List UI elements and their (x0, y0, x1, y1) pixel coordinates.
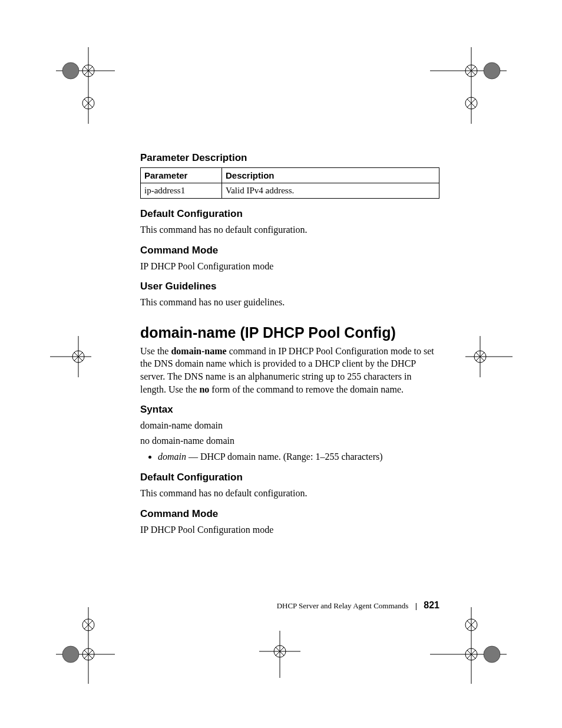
registration-mark-icon (259, 631, 300, 678)
table-cell: ip-address1 (141, 183, 222, 199)
heading-syntax: Syntax (140, 404, 439, 416)
svg-point-33 (62, 646, 79, 663)
text-bold: no domain-name (140, 436, 204, 446)
syntax-line: domain-name domain (140, 419, 439, 432)
text-fragment: Use the (140, 346, 171, 356)
syntax-bullet-list: domain — DHCP domain name. (Range: 1–255… (140, 450, 439, 463)
svg-line-36 (84, 621, 92, 629)
table-cell: Valid IPv4 address. (222, 183, 439, 199)
registration-mark-icon (430, 47, 507, 124)
svg-line-46 (467, 650, 475, 658)
syntax-line: no domain-name domain (140, 434, 439, 447)
body-text: This command has no user guidelines. (140, 296, 439, 309)
svg-line-50 (467, 621, 475, 629)
svg-line-17 (467, 99, 475, 107)
footer-separator: | (411, 601, 422, 610)
text-bold: domain-name (171, 346, 226, 356)
svg-point-20 (72, 351, 84, 363)
svg-point-44 (465, 648, 477, 660)
heading-command-mode: Command Mode (140, 508, 439, 520)
heading-user-guidelines: User Guidelines (140, 281, 439, 292)
page-number: 821 (424, 600, 439, 610)
parameter-table: Parameter Description ip-address1 Valid … (140, 167, 439, 199)
svg-line-35 (84, 621, 92, 629)
text-bold: domain-name (140, 420, 192, 430)
svg-line-31 (84, 650, 92, 658)
text-italic: domain (204, 436, 234, 446)
heading-default-configuration: Default Configuration (140, 472, 439, 483)
svg-line-12 (467, 67, 475, 75)
svg-line-40 (276, 647, 284, 655)
text-fragment: form of the command to remove the domain… (209, 384, 404, 394)
registration-mark-icon (50, 336, 91, 377)
svg-line-41 (276, 647, 284, 655)
table-header-row: Parameter Description (141, 168, 439, 183)
text-bold: no (199, 384, 209, 394)
body-text: IP DHCP Pool Configuration mode (140, 523, 439, 536)
body-text: This command has no default configuratio… (140, 223, 439, 236)
registration-mark-icon (56, 47, 115, 124)
svg-point-15 (465, 97, 477, 109)
svg-point-5 (62, 62, 79, 79)
svg-line-7 (84, 99, 92, 107)
page-content: Parameter Description Parameter Descript… (140, 152, 439, 544)
svg-line-8 (84, 99, 92, 107)
svg-point-48 (465, 619, 477, 631)
registration-mark-icon (56, 607, 115, 684)
text-italic: domain (192, 420, 223, 430)
table-header: Parameter (141, 168, 222, 183)
heading-command-mode: Command Mode (140, 245, 439, 256)
table-row: ip-address1 Valid IPv4 address. (141, 183, 439, 199)
svg-line-27 (476, 353, 484, 361)
command-intro: Use the domain-name command in IP DHCP P… (140, 345, 439, 396)
svg-line-22 (74, 353, 82, 361)
svg-line-26 (476, 353, 484, 361)
svg-line-21 (74, 353, 82, 361)
registration-mark-icon (430, 607, 507, 684)
svg-point-47 (484, 646, 500, 663)
svg-point-6 (82, 97, 94, 109)
svg-point-25 (474, 351, 486, 363)
text-fragment: — DHCP domain name. (Range: 1–255 charac… (186, 452, 383, 462)
svg-line-4 (84, 67, 92, 75)
footer-chapter: DHCP Server and Relay Agent Commands (277, 601, 409, 610)
svg-line-32 (84, 650, 92, 658)
svg-line-49 (467, 621, 475, 629)
svg-line-45 (467, 650, 475, 658)
svg-point-14 (484, 62, 500, 79)
heading-default-configuration: Default Configuration (140, 208, 439, 220)
body-text: IP DHCP Pool Configuration mode (140, 260, 439, 273)
body-text: This command has no default configuratio… (140, 487, 439, 500)
svg-point-2 (82, 65, 94, 77)
table-header: Description (222, 168, 439, 183)
svg-line-16 (467, 99, 475, 107)
svg-line-3 (84, 67, 92, 75)
command-title: domain-name (IP DHCP Pool Config) (140, 324, 439, 341)
registration-mark-icon (465, 336, 513, 377)
svg-point-39 (274, 645, 286, 657)
svg-line-13 (467, 67, 475, 75)
svg-point-34 (82, 619, 94, 631)
list-item: domain — DHCP domain name. (Range: 1–255… (158, 450, 439, 463)
svg-point-30 (82, 648, 94, 660)
text-italic: domain (158, 452, 186, 462)
svg-point-11 (465, 65, 477, 77)
page-footer: DHCP Server and Relay Agent Commands | 8… (140, 600, 439, 611)
heading-parameter-description: Parameter Description (140, 152, 439, 164)
